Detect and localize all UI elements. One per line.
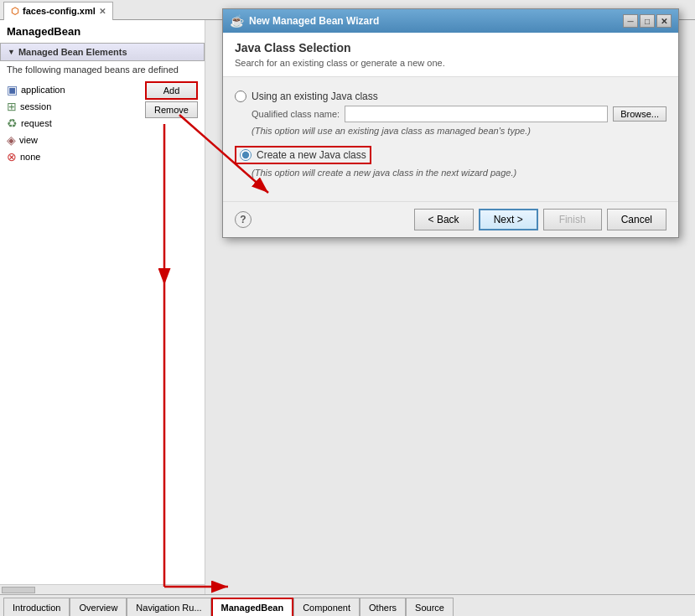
bottom-tab-overview[interactable]: Overview	[70, 598, 127, 616]
none-icon: ⊗	[7, 150, 17, 163]
existing-class-radio[interactable]	[235, 91, 246, 102]
close-button[interactable]: ✕	[656, 14, 672, 28]
existing-class-label[interactable]: Using an existing Java class	[252, 91, 378, 102]
section-header-label: Managed Bean Elements	[18, 47, 127, 57]
bottom-tab-label: Others	[369, 603, 397, 613]
dialog-titlebar: ☕ New Managed Bean Wizard ─ □ ✕	[223, 9, 678, 33]
tree-item-label: application	[21, 85, 65, 95]
horizontal-scrollbar[interactable]	[0, 584, 205, 594]
back-button[interactable]: < Back	[414, 209, 474, 230]
tree-area: ▣ application ⊞ session ♻ request ◈ view…	[0, 78, 205, 584]
add-remove-buttons: Add Remove	[145, 81, 198, 118]
minimize-button[interactable]: ─	[623, 14, 638, 28]
tab-faces-config[interactable]: ⬡ faces-config.xml ✕	[3, 2, 113, 20]
section-description: The following managed beans are defined	[0, 61, 205, 78]
bottom-tab-label: Introduction	[13, 603, 60, 613]
new-class-radio[interactable]	[240, 149, 252, 161]
existing-class-option: Using an existing Java class Qualified c…	[235, 91, 666, 136]
tree-item-none[interactable]: ⊗ none	[3, 148, 201, 165]
dialog-header: Java Class Selection Search for an exist…	[223, 33, 678, 77]
request-icon: ♻	[7, 116, 18, 130]
wizard-dialog: ☕ New Managed Bean Wizard ─ □ ✕ Java Cla…	[222, 8, 679, 238]
tree-item-label: none	[20, 152, 40, 162]
new-class-note: (This option will create a new java clas…	[252, 168, 666, 178]
app-icon: ▣	[7, 83, 18, 96]
dialog-header-title: Java Class Selection	[235, 41, 666, 54]
new-class-option: Create a new Java class (This option wil…	[235, 146, 666, 178]
tree-item-label: view	[19, 135, 38, 145]
maximize-button[interactable]: □	[640, 14, 655, 28]
browse-button[interactable]: Browse...	[613, 106, 666, 122]
footer-buttons: < Back Next > Finish Cancel	[414, 209, 666, 230]
bottom-tab-managedbean[interactable]: ManagedBean	[211, 598, 294, 616]
existing-class-radio-row: Using an existing Java class	[235, 91, 666, 102]
bottom-tab-label: Navigation Ru...	[136, 603, 201, 613]
tab-close-icon[interactable]: ✕	[99, 7, 106, 16]
add-button[interactable]: Add	[145, 81, 198, 100]
qualified-class-input[interactable]	[345, 106, 608, 122]
tree-item-label: request	[21, 118, 52, 128]
tree-item-view[interactable]: ◈ view	[3, 132, 201, 148]
bottom-tab-source[interactable]: Source	[406, 598, 454, 616]
bottom-tab-navigation[interactable]: Navigation Ru...	[127, 598, 210, 616]
wizard-icon: ☕	[230, 14, 244, 28]
existing-class-note: (This option will use an existing java c…	[252, 126, 666, 136]
bottom-tab-label: Source	[415, 603, 444, 613]
cancel-button[interactable]: Cancel	[607, 209, 666, 230]
left-panel: ManagedBean ▼ Managed Bean Elements The …	[0, 20, 205, 594]
session-icon: ⊞	[7, 100, 17, 113]
tree-item-label: session	[20, 101, 51, 111]
new-class-radio-row: Create a new Java class	[235, 146, 666, 164]
dialog-header-desc: Search for an existing class or generate…	[235, 58, 666, 68]
view-icon: ◈	[7, 133, 16, 147]
bottom-tab-label: Component	[303, 603, 350, 613]
bottom-tab-component[interactable]: Component	[293, 598, 360, 616]
help-button[interactable]: ?	[235, 211, 252, 228]
bottom-tab-others[interactable]: Others	[360, 598, 406, 616]
bottom-tab-label: Overview	[79, 603, 117, 613]
panel-title: ManagedBean	[0, 20, 205, 43]
qualified-class-row: Qualified class name: Browse...	[252, 106, 666, 122]
dialog-body: Using an existing Java class Qualified c…	[223, 77, 678, 201]
section-header: ▼ Managed Bean Elements	[0, 43, 205, 61]
finish-button[interactable]: Finish	[543, 209, 602, 230]
new-class-label[interactable]: Create a new Java class	[257, 149, 366, 161]
bottom-tab-introduction[interactable]: Introduction	[3, 598, 70, 616]
bottom-tab-bar: Introduction Overview Navigation Ru... M…	[0, 594, 695, 616]
ide-window: ⬡ faces-config.xml ✕ ManagedBean ▼ Manag…	[0, 0, 695, 616]
next-button[interactable]: Next >	[479, 209, 538, 230]
tab-label: faces-config.xml	[23, 6, 96, 16]
section-collapse-icon: ▼	[8, 48, 15, 56]
xml-file-icon: ⬡	[11, 6, 19, 17]
dialog-title: New Managed Bean Wizard	[249, 15, 379, 27]
bottom-tab-label: ManagedBean	[221, 603, 284, 613]
dialog-footer: ? < Back Next > Finish Cancel	[223, 201, 678, 237]
remove-button[interactable]: Remove	[145, 101, 198, 118]
titlebar-controls: ─ □ ✕	[623, 14, 672, 28]
qualified-class-label: Qualified class name:	[252, 109, 340, 119]
